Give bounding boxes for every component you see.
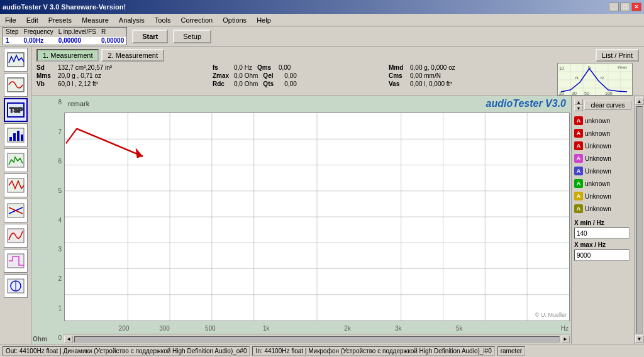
- tsp-params: Sd 132,7 cm²,20,57 in² fs 0,0 Hz Qms 0,0…: [36, 64, 564, 87]
- curve-color-4: A: [574, 167, 583, 175]
- svg-rect-10: [8, 178, 24, 192]
- sidebar-icon-wave6[interactable]: [4, 224, 28, 248]
- svg-line-55: [66, 129, 77, 143]
- curve-label-5: unknown: [585, 180, 610, 187]
- menu-tools[interactable]: Tools: [151, 16, 175, 25]
- curve-label-3: Unknown: [585, 155, 611, 162]
- param-area: 1. Measurement 2. Measurement Sd 132,7 c…: [31, 47, 644, 344]
- menu-analysis[interactable]: Analysis: [115, 16, 148, 25]
- freq-value: 0,00Hz: [21, 36, 56, 45]
- xmin-input[interactable]: [574, 228, 630, 239]
- sidebar-icon-wave3[interactable]: [4, 148, 28, 172]
- curve-item-0: A unknown: [574, 115, 631, 126]
- curve-item-1: A unknown: [574, 128, 631, 139]
- rdc-label: Rdc: [213, 80, 231, 87]
- scroll-up-v-button[interactable]: ▲: [635, 97, 644, 105]
- sidebar-icon-wave4[interactable]: [4, 173, 28, 197]
- curve-item-4: A Unknown: [574, 165, 631, 177]
- sidebar-icon-tsp[interactable]: TSP: [4, 98, 28, 122]
- sidebar-icon-wave7[interactable]: [4, 249, 28, 273]
- status-in: In: 44100Hz float | Микрофон (Устройство…: [252, 346, 494, 356]
- curve-item-6: A Unknown: [574, 190, 631, 202]
- menu-correction[interactable]: Correction: [177, 16, 216, 25]
- menu-file[interactable]: File: [1, 16, 20, 25]
- scroll-down-button[interactable]: ▼: [574, 105, 583, 111]
- scroll-up-button[interactable]: ▲: [574, 99, 583, 105]
- menu-edit[interactable]: Edit: [23, 16, 42, 25]
- sd-label: Sd: [36, 64, 55, 71]
- menubar: File Edit Presets Measure Analysis Tools…: [0, 14, 644, 26]
- linp-value: 0,00000: [56, 36, 99, 45]
- r-value: 0,00000: [99, 36, 127, 45]
- curve-color-6: A: [574, 192, 583, 200]
- zmax-label: Zmax: [213, 72, 231, 79]
- list-print-button[interactable]: List / Print: [596, 49, 639, 62]
- rdc-value: 0,0 Ohm: [234, 80, 258, 87]
- sidebar-icon-wave5[interactable]: [4, 199, 28, 222]
- vas-value: 0,00 l, 0,000 ft³: [410, 80, 452, 87]
- svg-text:f2: f2: [601, 76, 604, 80]
- x-label-200: 200: [119, 325, 130, 332]
- x-range-section: X min / Hz X max / Hz: [574, 219, 631, 261]
- scroll-right-button[interactable]: ►: [561, 336, 570, 343]
- close-button[interactable]: ✕: [631, 3, 641, 11]
- sidebar-icon-wave2[interactable]: [4, 73, 28, 97]
- svg-line-53: [77, 129, 143, 157]
- linp-header: L inp.level/FS: [56, 28, 99, 36]
- y-label-1: 1: [58, 305, 62, 312]
- qts-value: 0,00: [284, 80, 296, 87]
- remark-text: remark: [68, 100, 89, 107]
- x-label-500: 500: [205, 325, 216, 332]
- qts-label: Qts: [263, 80, 282, 87]
- menu-options[interactable]: Options: [219, 16, 250, 25]
- setup-button[interactable]: Setup: [173, 30, 211, 43]
- y-label-4: 4: [58, 217, 62, 224]
- sidebar-icon-bar[interactable]: [4, 123, 28, 147]
- right-panel: ▲ ▼ clear curves A unknown A unknown A U…: [571, 96, 634, 344]
- x-unit: Hz: [561, 325, 569, 332]
- title-text: audioTester V 3.0 Shareware-Version!: [3, 3, 126, 11]
- start-button[interactable]: Start: [132, 30, 168, 43]
- mini-chart: 20 30 50 100 10 Zmax fs f1 f2: [557, 63, 633, 96]
- clear-curves-button[interactable]: clear curves: [584, 101, 631, 110]
- x-label-300: 300: [159, 325, 170, 332]
- y-label-7: 7: [58, 128, 62, 135]
- titlebar: audioTester V 3.0 Shareware-Version! _ □…: [0, 0, 644, 14]
- horizontal-scrollbar[interactable]: ◄ ►: [63, 334, 571, 344]
- qms-label: Qms: [257, 64, 276, 71]
- xmax-input[interactable]: [574, 250, 630, 261]
- curve-color-0: A: [574, 116, 583, 125]
- vertical-scrollbar[interactable]: ▲ ▼: [634, 96, 644, 344]
- measurement1-button[interactable]: 1. Measurement: [36, 49, 99, 62]
- infobar: Step Frequency L inp.level/FS R 1 0,00Hz…: [0, 26, 644, 47]
- chart-area[interactable]: © U. Mueller: [64, 113, 570, 321]
- status-param: rameter: [497, 346, 525, 356]
- curve-label-4: Unknown: [585, 168, 611, 175]
- menu-measure[interactable]: Measure: [78, 16, 113, 25]
- copyright-text: © U. Mueller: [535, 312, 567, 318]
- sidebar-icon-wave1[interactable]: [4, 48, 28, 72]
- curve-color-2: A: [574, 141, 583, 150]
- clear-btn-row: ▲ ▼ clear curves: [574, 99, 631, 111]
- audiotester-watermark: audioTester V3.0: [486, 98, 566, 109]
- scroll-down-v-button[interactable]: ▼: [635, 335, 644, 343]
- scroll-track-v[interactable]: [636, 106, 643, 334]
- svg-marker-54: [136, 148, 143, 158]
- step-table: Step Frequency L inp.level/FS R 1 0,00Hz…: [3, 27, 127, 45]
- y-label-2: 2: [58, 275, 62, 282]
- window-controls: _ □ ✕: [609, 3, 641, 11]
- scroll-track-h[interactable]: [74, 336, 560, 343]
- svg-rect-5: [9, 137, 12, 141]
- maximize-button[interactable]: □: [620, 3, 630, 11]
- svg-text:20: 20: [559, 91, 564, 96]
- measurement2-button[interactable]: 2. Measurement: [101, 49, 164, 62]
- x-label-5k: 5k: [456, 325, 463, 332]
- scroll-left-button[interactable]: ◄: [64, 336, 73, 343]
- menu-help[interactable]: Help: [253, 16, 275, 25]
- minimize-button[interactable]: _: [609, 3, 619, 11]
- vas-label: Vas: [389, 80, 408, 87]
- tsp-buttons: 1. Measurement 2. Measurement: [36, 49, 564, 62]
- sidebar-icon-wave8[interactable]: [4, 274, 28, 298]
- xmax-label: X max / Hz: [574, 241, 631, 248]
- menu-presets[interactable]: Presets: [45, 16, 75, 25]
